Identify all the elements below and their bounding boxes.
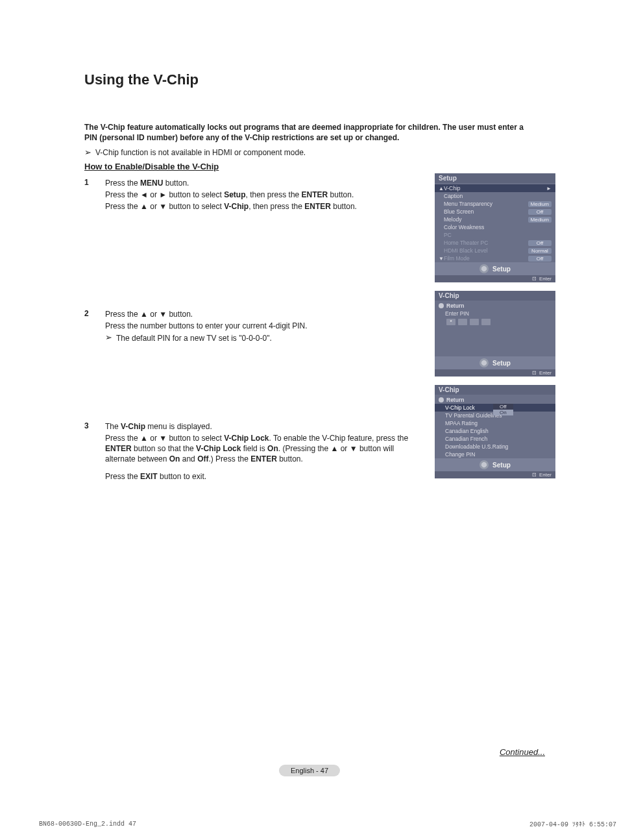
step-number: 2 <box>84 309 93 343</box>
text: V-Chip <box>224 202 249 211</box>
osd-setup-panel: Setup ▲ V-Chip ► Caption Menu Transparen… <box>435 173 555 282</box>
enter-icon: ⊡ <box>532 472 537 478</box>
label: Melody <box>444 216 528 223</box>
note-marker-icon: ➢ <box>105 333 112 343</box>
gear-icon <box>479 264 489 273</box>
page-title: Using the V-Chip <box>84 71 535 88</box>
text: Press the ▲ or ▼ button. <box>105 309 426 319</box>
label: Setup <box>492 266 511 273</box>
value-chip: Off <box>528 256 552 262</box>
text: button to exit. <box>158 472 206 481</box>
intro-note-text: V-Chip function is not available in HDMI… <box>95 148 306 157</box>
document-footer: BN68-00630D-Eng_2.indd 47 2007-04-09 ｿﾀﾈ… <box>39 821 619 828</box>
text: V-Chip Lock <box>224 434 269 443</box>
menu-item-change-pin[interactable]: Change PIN <box>435 451 555 458</box>
menu-item-home-theater-pc: Home Theater PCOff <box>435 239 555 247</box>
text: V-Chip Lock <box>196 444 241 453</box>
menu-item-film-mode: ▼Film ModeOff <box>435 254 555 262</box>
menu-item-mpaa[interactable]: MPAA Rating <box>435 419 555 427</box>
value-chip: Normal <box>528 248 552 254</box>
text: . To enable the V-Chip feature, press th… <box>269 434 409 443</box>
text: Off <box>197 454 208 463</box>
osd-footer: ⊡Enter <box>435 369 555 377</box>
label: HDMI Black Level <box>444 247 528 254</box>
text: ENTER <box>250 454 277 463</box>
label: Blue Screen <box>444 208 528 215</box>
osd-title: V-Chip <box>435 291 555 301</box>
text: The default PIN for a new TV set is "0-0… <box>116 333 272 343</box>
pin-digit[interactable] <box>470 319 479 325</box>
text: ENTER <box>304 202 331 211</box>
text: .) Press the <box>208 454 250 463</box>
text: ENTER <box>302 190 328 199</box>
osd-category-strip: Setup <box>435 262 555 275</box>
text: button. <box>328 190 354 199</box>
intro-note: ➢ V-Chip function is not available in HD… <box>84 148 535 157</box>
gear-icon <box>479 358 489 367</box>
text: button. <box>331 202 357 211</box>
return-icon <box>439 397 444 402</box>
label: Menu Transparency <box>444 201 528 207</box>
menu-item-melody[interactable]: MelodyMedium <box>435 216 555 223</box>
menu-item-color-weakness[interactable]: Color Weakness <box>435 223 555 231</box>
label: Setup <box>492 360 511 367</box>
osd-title: Setup <box>435 173 555 183</box>
label: Enter <box>539 370 552 376</box>
label: Enter PIN <box>445 310 552 317</box>
menu-item-downloadable-us[interactable]: Downloadable U.S.Rating <box>435 443 555 451</box>
option-on[interactable]: On <box>493 410 513 415</box>
text: button. <box>277 454 303 463</box>
pin-input[interactable]: * <box>435 317 555 329</box>
label: Canadian English <box>445 428 552 434</box>
text: Press the ◄ or ► button to select <box>105 190 224 199</box>
section-heading: How to Enable/Disable the V-Chip <box>84 162 535 171</box>
menu-item-canadian-english[interactable]: Canadian English <box>435 427 555 435</box>
label: Canadian French <box>445 436 552 442</box>
text: The <box>105 422 121 431</box>
menu-item-vchip[interactable]: ▲ V-Chip ► <box>435 184 555 192</box>
note-marker-icon: ➢ <box>84 148 91 157</box>
label: Setup <box>492 462 511 469</box>
text: menu is displayed. <box>145 422 212 431</box>
text: V-Chip <box>121 422 145 431</box>
pin-digit[interactable] <box>458 319 467 325</box>
menu-item-vchip-lock[interactable]: V-Chip Lock Off On <box>435 404 555 412</box>
text: button. <box>163 179 189 188</box>
menu-item-canadian-french[interactable]: Canadian French <box>435 435 555 443</box>
continued-label: Continued... <box>500 747 545 757</box>
label: Enter <box>539 276 552 282</box>
text: field is <box>241 444 267 453</box>
intro-paragraph: The V-Chip feature automatically locks o… <box>84 122 535 143</box>
label: Color Weakness <box>444 224 552 230</box>
value-chip: Off <box>528 209 552 215</box>
text: and <box>180 454 197 463</box>
label: Home Theater PC <box>444 240 528 246</box>
osd-category-strip: Setup <box>435 458 555 471</box>
osd-footer: ⊡Enter <box>435 275 555 282</box>
step-number: 1 <box>84 178 93 214</box>
page-number-label: English - 47 <box>279 765 340 776</box>
menu-item-blue-screen[interactable]: Blue ScreenOff <box>435 208 555 216</box>
enter-pin-label: Enter PIN <box>435 310 555 317</box>
text: Press the ▲ or ▼ button to select <box>105 434 224 443</box>
pin-digit[interactable] <box>481 319 491 325</box>
menu-item-pc: PC <box>435 231 555 239</box>
pin-digit[interactable]: * <box>446 319 455 325</box>
text: MENU <box>140 179 163 188</box>
option-off[interactable]: Off <box>493 404 513 410</box>
menu-item-caption[interactable]: Caption <box>435 192 555 200</box>
label: V-Chip <box>444 185 546 191</box>
text: EXIT <box>140 472 158 481</box>
value-chip: Medium <box>528 217 552 223</box>
text: button so that the <box>132 444 196 453</box>
label: Change PIN <box>445 451 552 458</box>
label: Film Mode <box>444 255 528 262</box>
label: Return <box>446 397 552 403</box>
text: On <box>267 444 278 453</box>
return-row[interactable]: Return <box>435 302 555 310</box>
osd-vchip-pin-panel: V-Chip Return Enter PIN * Setup ⊡Enter <box>435 291 555 377</box>
return-row[interactable]: Return <box>435 396 555 404</box>
menu-item-transparency[interactable]: Menu TransparencyMedium <box>435 200 555 208</box>
doc-timestamp: 2007-04-09 ｿﾀﾈﾄ 6:55:07 <box>529 821 616 828</box>
label: Caption <box>444 193 552 199</box>
